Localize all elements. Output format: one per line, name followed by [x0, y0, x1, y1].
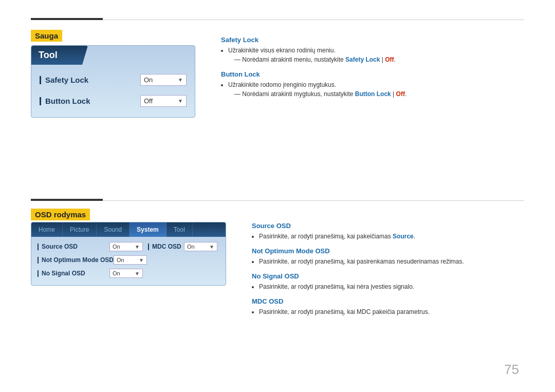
chevron-down-icon: ▼ [178, 77, 183, 83]
not-optimum-heading: Not Optimum Mode OSD [252, 247, 524, 255]
safety-lock-sub: Norėdami atrakinti meniu, nustatykite Sa… [234, 56, 524, 63]
tool-panel: Tool Safety Lock On ▼ Button Lock Off ▼ [31, 45, 195, 118]
page-number: 75 [504, 362, 519, 378]
safety-lock-select[interactable]: On ▼ [140, 74, 187, 86]
safety-lock-bar [40, 76, 41, 84]
not-optimum-bullet: Pasirinkite, ar rodyti pranešimą, kai pa… [259, 258, 524, 265]
osd-row-source: Source OSD On ▼ MDC OSD On ▼ [38, 242, 219, 251]
osd-tabs: Home Picture Sound System Tool [31, 222, 226, 237]
not-optimum-label: Not Optimum Mode OSD [38, 256, 114, 264]
button-lock-bar [40, 97, 41, 105]
safety-lock-link: Safety Lock [345, 56, 380, 63]
mdc-osd-bullet: Pasirinkite, ar rodyti pranešimą, kai MD… [259, 308, 524, 315]
osd-row-no-signal: No Signal OSD On ▼ [38, 269, 219, 278]
source-osd-label: Source OSD [38, 243, 109, 250]
osd-panel: Home Picture Sound System Tool Source OS… [31, 222, 226, 286]
source-osd-bullet: Pasirinkite, ar rodyti pranešimą, kai pa… [259, 233, 524, 240]
no-signal-bullet: Pasirinkite, ar rodyti pranešimą, kai nė… [259, 283, 524, 290]
no-signal-select[interactable]: On ▼ [109, 269, 143, 278]
chevron-down-icon: ▼ [209, 244, 214, 250]
tab-picture[interactable]: Picture [63, 222, 97, 237]
chevron-down-icon: ▼ [178, 98, 183, 104]
chevron-down-icon: ▼ [135, 271, 140, 276]
tool-row-button-lock: Button Lock Off ▼ [40, 95, 187, 107]
chevron-down-icon: ▼ [135, 244, 140, 250]
button-lock-link: Button Lock [355, 90, 391, 98]
top-divider-line [31, 20, 524, 20]
mdc-osd-select[interactable]: On ▼ [184, 242, 217, 251]
top-accent-line [31, 18, 103, 20]
safety-lock-off-link: Off [385, 56, 394, 63]
tab-sound[interactable]: Sound [97, 222, 130, 237]
button-lock-bullet: Užrakinkite rodomo įrenginio mygtukus. [228, 81, 524, 88]
source-osd-select[interactable]: On ▼ [109, 242, 143, 251]
chevron-down-icon: ▼ [139, 257, 144, 263]
section1-title: Sauga [31, 30, 62, 42]
tool-row-safety-lock: Safety Lock On ▼ [40, 74, 187, 86]
safety-lock-heading: Safety Lock [221, 36, 524, 44]
safety-lock-bullet: Užrakinkite visus ekrano rodinių meniu. [228, 47, 524, 54]
button-lock-select[interactable]: Off ▼ [140, 95, 187, 107]
no-signal-label: No Signal OSD [38, 270, 109, 277]
osd-body: Source OSD On ▼ MDC OSD On ▼ Not [31, 237, 226, 285]
mdc-osd-label: MDC OSD [148, 243, 184, 250]
source-osd-heading: Source OSD [252, 222, 524, 230]
tab-tool[interactable]: Tool [166, 222, 193, 237]
tool-panel-header: Tool [31, 46, 88, 65]
mid-divider-line [31, 200, 524, 201]
not-optimum-select[interactable]: On ▼ [114, 255, 147, 265]
button-lock-label: Button Lock [40, 97, 140, 105]
button-lock-sub: Norėdami atrakinti mygtukus, nustatykite… [234, 90, 524, 98]
mdc-osd-heading: MDC OSD [252, 297, 524, 305]
section2-title: OSD rodymas [31, 209, 90, 220]
osd-row-not-optimum: Not Optimum Mode OSD On ▼ [38, 255, 219, 265]
tab-home[interactable]: Home [31, 222, 63, 237]
tool-panel-body: Safety Lock On ▼ Button Lock Off ▼ [31, 65, 195, 117]
button-lock-off-link: Off [396, 90, 405, 98]
no-signal-heading: No Signal OSD [252, 272, 524, 280]
osd-row-mdc: MDC OSD On ▼ [148, 242, 217, 251]
source-link: Source [393, 233, 414, 240]
tab-system[interactable]: System [130, 222, 166, 237]
info-panel-top: Safety Lock Užrakinkite visus ekrano rod… [221, 36, 524, 100]
button-lock-heading: Button Lock [221, 70, 524, 78]
mid-accent-line [31, 199, 103, 201]
info-panel-bottom: Source OSD Pasirinkite, ar rodyti praneš… [252, 222, 524, 318]
safety-lock-label: Safety Lock [40, 76, 140, 84]
